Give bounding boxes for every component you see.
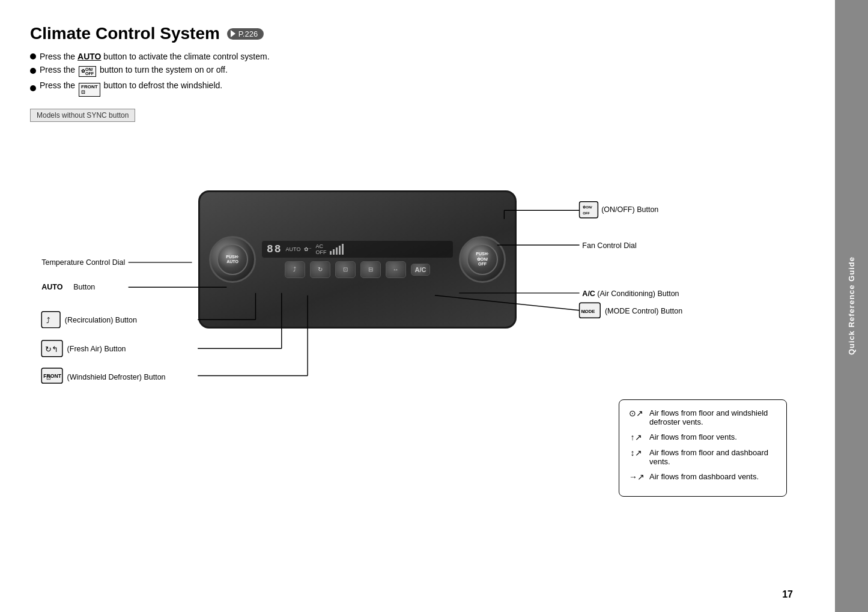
info-text-4: Air flows from dashboard vents.: [649, 472, 759, 481]
svg-rect-8: [41, 312, 60, 328]
models-badge: Models without SYNC button: [30, 109, 135, 122]
temp-dial-label: PUSH·AUTO: [226, 255, 238, 265]
temp-dial-label-text: Temperature Control Dial: [41, 258, 125, 267]
svg-text:⊡: ⊡: [46, 375, 51, 381]
bar-2: [333, 249, 335, 255]
sidebar-label: Quick Reference Guide: [847, 256, 856, 355]
recirculation-icon: ⤴: [293, 266, 296, 273]
on-off-label: (ON/OFF) Button: [601, 205, 658, 214]
bullet-text-1: Press the AUTO button to activate the cl…: [40, 52, 270, 61]
ac-btn-label: A/C: [415, 266, 426, 273]
control-panel: PUSH·AUTO 88 AUTO ✿⁻ ACOFF: [198, 190, 517, 329]
page-title: Climate Control System P.226: [30, 24, 805, 43]
fan-dial-inner: PUSH·✿ON/OFF: [467, 244, 498, 275]
fan-dial-label-text: Fan Control Dial: [582, 241, 636, 250]
svg-rect-22: [580, 303, 601, 318]
temp-display: 88: [267, 243, 282, 255]
info-icon-2: ↑↗: [629, 432, 643, 442]
ref-number: P.226: [238, 29, 258, 38]
svg-text:FRONT: FRONT: [43, 373, 62, 379]
ac-icon-display: ACOFF: [315, 243, 326, 255]
display-icons: AUTO ✿⁻ ACOFF: [286, 243, 344, 255]
front-defrost-inline-btn: FRONT⊡: [79, 83, 100, 97]
auto-btn-label-text: AUTO: [41, 283, 62, 291]
page-number: 17: [782, 589, 793, 600]
bullet-list: Press the AUTO button to activate the cl…: [30, 52, 805, 97]
info-row-4: →↗ Air flows from dashboard vents.: [629, 472, 777, 482]
ac-label-text: A/C (Air Conditioning) Button: [582, 289, 679, 298]
recirculation-btn-panel[interactable]: ⤴: [285, 261, 305, 278]
windshield-label-text: (Windshield Defroster) Button: [67, 373, 166, 381]
bar-5: [342, 244, 344, 255]
info-text-3: Air flows from floor and dashboard vents…: [649, 448, 777, 466]
title-text: Climate Control System: [30, 24, 220, 43]
front-defrost-btn-panel[interactable]: ⊡: [335, 261, 356, 278]
bullet-item-2: Press the ✿ON/OFF button to turn the sys…: [30, 65, 805, 77]
fan-bar: [330, 244, 344, 255]
bullet-dot-1: [30, 53, 36, 59]
bar-3: [336, 247, 338, 255]
mode-btn-panel[interactable]: ↔: [386, 261, 406, 278]
bar-4: [339, 246, 341, 255]
fan-dial-label: PUSH·✿ON/OFF: [476, 252, 488, 267]
svg-text:⤴: ⤴: [46, 317, 50, 325]
svg-text:✿ON/: ✿ON/: [583, 205, 592, 209]
mode-icon: ↔: [393, 266, 399, 273]
bullet-item-3: Press the FRONT⊡ button to defrost the w…: [30, 80, 805, 97]
mode-label-text: (MODE Control) Button: [605, 307, 682, 315]
svg-text:OFF: OFF: [583, 211, 590, 215]
info-text-2: Air flows from floor vents.: [649, 432, 737, 441]
fan-dial: PUSH·✿ON/OFF: [459, 236, 506, 283]
bullet-text-3: Press the FRONT⊡ button to defrost the w…: [40, 80, 222, 97]
bullet-item-1: Press the AUTO button to activate the cl…: [30, 52, 805, 61]
on-off-inline-btn: ✿ON/OFF: [79, 66, 96, 77]
front-defrost-icon: ⊡: [343, 266, 348, 273]
arrow-icon: [231, 30, 235, 37]
info-row-2: ↑↗ Air flows from floor vents.: [629, 432, 777, 442]
buttons-row: ⤴ ↻ ⊡ ⊟ ↔ A/C: [262, 261, 453, 278]
rear-defrost-icon: ⊟: [368, 266, 373, 273]
rear-defrost-btn-panel[interactable]: ⊟: [360, 261, 381, 278]
svg-text:MODE: MODE: [581, 309, 595, 314]
fresh-air-btn-panel[interactable]: ↻: [310, 261, 330, 278]
info-icon-1: ⊙↗: [629, 408, 643, 418]
temp-dial-inner: PUSH·AUTO: [217, 244, 248, 275]
ac-btn-panel[interactable]: A/C: [411, 264, 431, 276]
fresh-air-icon: ↻: [318, 266, 323, 273]
bar-1: [330, 251, 332, 255]
bullet-dot-3: [30, 85, 36, 91]
fresh-air-label-text: (Fresh Air) Button: [67, 345, 126, 353]
main-content: Climate Control System P.226 Press the A…: [0, 0, 835, 612]
panel-center: 88 AUTO ✿⁻ ACOFF: [262, 241, 453, 278]
fan-icon-display: ✿⁻: [304, 246, 312, 252]
page-reference: P.226: [227, 28, 264, 40]
temperature-dial: PUSH·AUTO: [209, 236, 256, 283]
sidebar: Quick Reference Guide: [835, 0, 868, 612]
info-icon-3: ↕↗: [629, 448, 643, 458]
info-text-1: Air flows from floor and windshield defr…: [649, 408, 777, 426]
svg-text:↻↰: ↻↰: [45, 345, 58, 354]
auto-btn-suffix: Button: [73, 283, 95, 291]
bullet-text-2: Press the ✿ON/OFF button to turn the sys…: [40, 65, 228, 77]
svg-text:↔: ↔: [582, 309, 587, 315]
svg-rect-2: [580, 202, 598, 218]
svg-rect-12: [41, 341, 62, 357]
info-row-3: ↕↗ Air flows from floor and dashboard ve…: [629, 448, 777, 466]
diagram-area: PUSH·AUTO 88 AUTO ✿⁻ ACOFF: [30, 142, 805, 533]
bullet-dot-2: [30, 68, 36, 74]
info-icon-4: →↗: [629, 472, 643, 482]
info-row-1: ⊙↗ Air flows from floor and windshield d…: [629, 408, 777, 426]
display-row: 88 AUTO ✿⁻ ACOFF: [262, 241, 453, 258]
recirculation-label-text: (Recirculation) Button: [65, 316, 137, 324]
info-box: ⊙↗ Air flows from floor and windshield d…: [619, 399, 787, 497]
auto-display-text: AUTO: [286, 246, 301, 252]
svg-rect-16: [41, 368, 62, 383]
